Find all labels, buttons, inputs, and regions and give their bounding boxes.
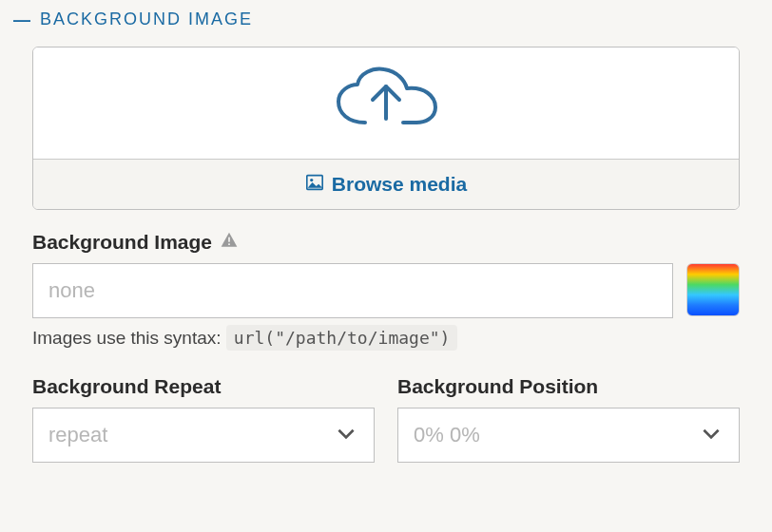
upload-box: Browse media	[32, 47, 740, 210]
section-header[interactable]: — BACKGROUND IMAGE	[0, 4, 772, 47]
section-title: BACKGROUND IMAGE	[40, 10, 253, 29]
svg-rect-3	[228, 238, 230, 242]
section-content: Browse media Background Image Images use…	[0, 47, 772, 463]
bg-image-label-row: Background Image	[32, 231, 740, 254]
image-icon	[305, 174, 324, 195]
collapse-icon: —	[13, 11, 30, 28]
bg-position-select[interactable]: 0% 0%	[397, 408, 740, 463]
syntax-hint-code: url("/path/to/image")	[226, 325, 458, 351]
bg-repeat-label: Background Repeat	[32, 375, 375, 398]
svg-point-2	[310, 179, 313, 181]
cloud-upload-icon	[329, 64, 443, 143]
bg-position-label: Background Position	[397, 375, 740, 398]
warning-icon	[220, 231, 239, 254]
bg-repeat-value: repeat	[48, 423, 334, 447]
svg-rect-4	[228, 243, 230, 245]
bg-image-input-row	[32, 263, 740, 318]
syntax-hint-prefix: Images use this syntax:	[32, 328, 226, 348]
upload-dropzone[interactable]	[33, 48, 739, 160]
repeat-position-row: Background Repeat repeat Background Posi…	[32, 375, 740, 463]
bg-repeat-col: Background Repeat repeat	[32, 375, 375, 463]
chevron-down-icon	[334, 421, 358, 449]
bg-image-label: Background Image	[32, 231, 212, 254]
chevron-down-icon	[699, 421, 724, 449]
bg-position-value: 0% 0%	[414, 423, 699, 447]
gradient-swatch-button[interactable]	[686, 263, 740, 316]
browse-media-button[interactable]: Browse media	[33, 160, 739, 209]
bg-image-input[interactable]	[32, 263, 673, 318]
browse-media-label: Browse media	[332, 173, 467, 196]
bg-position-col: Background Position 0% 0%	[397, 375, 740, 463]
bg-repeat-select[interactable]: repeat	[32, 408, 375, 463]
syntax-hint: Images use this syntax: url("/path/to/im…	[32, 328, 740, 349]
